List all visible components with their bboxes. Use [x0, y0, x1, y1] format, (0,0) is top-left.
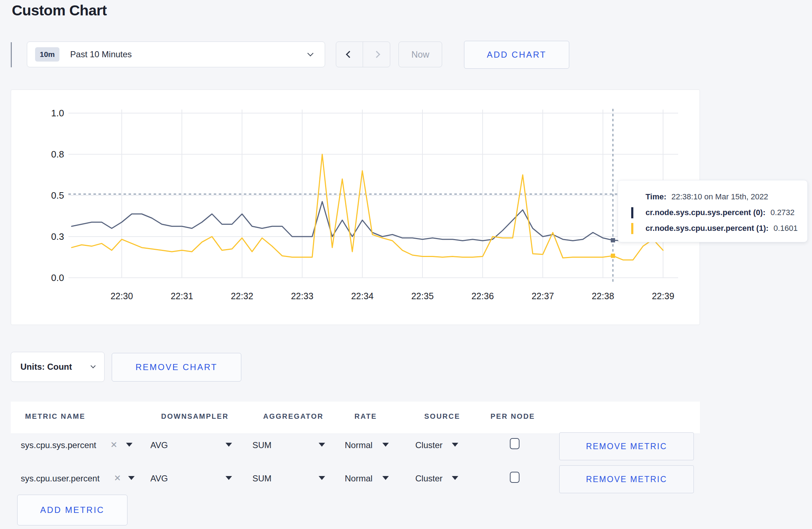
time-pager	[336, 42, 390, 67]
tooltip-series-value: 0.1601	[774, 224, 798, 233]
downsampler-value[interactable]: AVG	[150, 440, 168, 450]
aggregator-value[interactable]: SUM	[252, 440, 271, 450]
chevron-down-icon	[91, 363, 96, 368]
aggregator-value[interactable]: SUM	[252, 474, 271, 484]
metrics-chart[interactable]: 22:3022:3122:3222:3322:3422:3522:3622:37…	[11, 90, 700, 325]
downsampler-dropdown-icon[interactable]	[226, 476, 232, 480]
svg-text:22:32: 22:32	[231, 291, 253, 301]
svg-text:22:36: 22:36	[472, 291, 494, 301]
add-metric-button[interactable]: ADD METRIC	[17, 495, 127, 525]
time-range-label: Past 10 Minutes	[70, 49, 308, 59]
remove-metric-button[interactable]: REMOVE METRIC	[559, 465, 694, 493]
series-user-swatch-icon	[631, 223, 633, 234]
metric-dropdown-icon[interactable]	[128, 476, 135, 480]
column-per-node: PER NODE	[490, 412, 535, 421]
tooltip-series-row: cr.node.sys.cpu.sys.percent (0): 0.2732	[631, 205, 807, 220]
chevron-down-icon	[308, 50, 314, 57]
units-dropdown[interactable]: Units: Count	[11, 352, 105, 382]
rate-dropdown-icon[interactable]	[382, 476, 389, 480]
add-chart-button[interactable]: ADD CHART	[464, 41, 569, 69]
rate-value[interactable]: Normal	[345, 440, 372, 450]
column-aggregator: AGGREGATOR	[263, 412, 324, 421]
chart-tooltip: Time: 22:38:10 on Mar 15th, 2022 cr.node…	[618, 180, 808, 242]
svg-text:22:38: 22:38	[592, 291, 614, 301]
downsampler-value[interactable]: AVG	[150, 474, 168, 484]
downsampler-dropdown-icon[interactable]	[226, 443, 232, 447]
aggregator-dropdown-icon[interactable]	[319, 476, 325, 480]
metric-dropdown-icon[interactable]	[126, 443, 132, 447]
svg-text:22:34: 22:34	[351, 291, 374, 301]
remove-metric-button[interactable]: REMOVE METRIC	[559, 432, 694, 460]
time-next-button[interactable]	[363, 42, 390, 67]
source-dropdown-icon[interactable]	[452, 476, 458, 480]
header-accent-divider	[11, 42, 12, 67]
tooltip-time-label: Time:	[646, 192, 666, 202]
chevron-right-icon	[373, 51, 380, 58]
tooltip-time-value: 22:38:10 on Mar 15th, 2022	[671, 192, 768, 202]
svg-text:0.0: 0.0	[51, 272, 64, 283]
svg-text:0.3: 0.3	[51, 231, 64, 242]
tooltip-series-label: cr.node.sys.cpu.sys.percent (0):	[646, 208, 765, 217]
remove-chart-button[interactable]: REMOVE CHART	[112, 353, 241, 382]
metric-clear-icon[interactable]: ✕	[114, 473, 121, 483]
column-metric-name: METRIC NAME	[25, 412, 86, 421]
source-dropdown-icon[interactable]	[452, 443, 458, 447]
svg-text:0.8: 0.8	[51, 149, 64, 160]
svg-text:0.5: 0.5	[51, 190, 64, 201]
rate-dropdown-icon[interactable]	[382, 443, 389, 447]
tooltip-time-row: Time: 22:38:10 on Mar 15th, 2022	[631, 189, 807, 205]
metric-name-value: sys.cpu.user.percent	[21, 474, 100, 484]
per-node-checkbox[interactable]	[510, 472, 519, 483]
chevron-left-icon	[346, 51, 353, 58]
column-rate: RATE	[354, 412, 377, 421]
svg-text:22:37: 22:37	[532, 291, 554, 301]
svg-text:22:39: 22:39	[652, 291, 675, 301]
column-downsampler: DOWNSAMPLER	[161, 412, 229, 421]
tooltip-series-value: 0.2732	[770, 208, 794, 217]
aggregator-dropdown-icon[interactable]	[319, 443, 325, 447]
series-sys-swatch-icon	[631, 207, 633, 218]
tooltip-series-row: cr.node.sys.cpu.user.percent (1): 0.1601	[631, 220, 807, 236]
time-range-badge: 10m	[35, 47, 59, 62]
svg-text:22:30: 22:30	[111, 291, 133, 301]
chart-card: 22:3022:3122:3222:3322:3422:3522:3622:37…	[11, 89, 700, 325]
column-source: SOURCE	[424, 412, 460, 421]
source-value[interactable]: Cluster	[415, 474, 443, 484]
metric-clear-icon[interactable]: ✕	[110, 440, 117, 450]
metric-name-value: sys.cpu.sys.percent	[21, 440, 96, 450]
units-label: Units: Count	[20, 362, 91, 372]
time-prev-button[interactable]	[336, 42, 363, 67]
svg-text:22:33: 22:33	[291, 291, 314, 301]
time-range-dropdown[interactable]: 10m Past 10 Minutes	[27, 42, 325, 67]
tooltip-series-label: cr.node.sys.cpu.user.percent (1):	[646, 224, 769, 233]
page-title: Custom Chart	[12, 2, 107, 19]
metrics-table-header: METRIC NAME DOWNSAMPLER AGGREGATOR RATE …	[11, 402, 700, 434]
svg-text:22:31: 22:31	[171, 291, 193, 301]
svg-text:1.0: 1.0	[51, 108, 64, 118]
now-button[interactable]: Now	[398, 42, 442, 67]
rate-value[interactable]: Normal	[345, 474, 372, 484]
svg-text:22:35: 22:35	[411, 291, 434, 301]
source-value[interactable]: Cluster	[415, 440, 443, 450]
per-node-checkbox[interactable]	[510, 438, 519, 449]
